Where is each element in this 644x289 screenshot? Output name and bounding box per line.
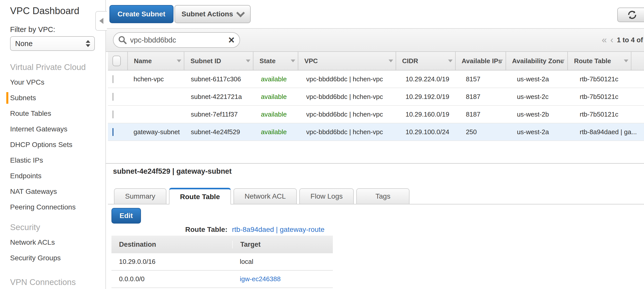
cell-cidr: 10.29.192.0/19 [399,93,460,101]
cell-available-ips: 8157 [460,75,511,83]
subnet-table: Name Subnet ID State VPC CIDR Available … [108,52,644,141]
sort-caret-icon[interactable] [246,60,250,62]
subnet-actions-button[interactable]: Subnet Actions [174,5,251,23]
cell-subnet-id: subnet-4e24f529 [185,128,255,136]
sidebar-item-elastic-ips[interactable]: Elastic IPs [0,153,105,168]
sidebar-item-dhcp-options-sets[interactable]: DHCP Options Sets [0,137,105,153]
routes-col-destination: Destination [111,241,232,248]
create-subnet-button[interactable]: Create Subnet [109,5,173,23]
filter-bar: × « ‹ 1 to 4 of [106,28,644,52]
route-row: 10.29.0.0/16 local [111,253,333,271]
sidebar-item-network-acls[interactable]: Network ACLs [0,235,105,250]
sidebar-item-subnets[interactable]: Subnets [0,90,105,106]
sidebar-item-security-groups[interactable]: Security Groups [0,250,105,266]
sidebar-item-peering-connections[interactable]: Peering Connections [0,199,105,215]
row-checkbox[interactable] [112,93,113,101]
cell-cidr: 10.29.100.0/24 [399,128,460,136]
route-table-link[interactable]: rtb-8a94daed | gateway-route [232,226,325,234]
cell-availability-zone: us-west-2c [511,93,574,101]
tab-route-table[interactable]: Route Table [169,188,231,204]
edit-button[interactable]: Edit [111,208,141,224]
sidebar-item-route-tables[interactable]: Route Tables [0,106,105,121]
cell-vpc: vpc-bbdd6bdc | hchen-vpc [300,75,399,83]
panel-splitter[interactable] [106,163,644,164]
cell-available-ips: 8187 [460,93,511,101]
cell-vpc: vpc-bbdd6bdc | hchen-vpc [300,128,399,136]
clear-search-icon[interactable]: × [228,35,235,45]
route-target-link[interactable]: igw-ec246388 [240,275,281,283]
cell-name: gateway-subnet [128,128,185,136]
cell-availability-zone: us-west-2b [511,111,574,118]
tab-tags[interactable]: Tags [356,188,409,204]
row-checkbox[interactable] [112,111,113,118]
column-header-vpc[interactable]: VPC [298,52,396,70]
cell-available-ips: 8187 [460,111,511,118]
row-checkbox[interactable] [112,75,113,83]
column-header-available-ips[interactable]: Available IPs [455,52,506,70]
column-header-name[interactable]: Name [127,52,184,70]
tab-summary[interactable]: Summary [114,188,166,204]
table-header-row: Name Subnet ID State VPC CIDR Available … [108,52,644,70]
sidebar-item-your-vpcs[interactable]: Your VPCs [0,75,105,90]
column-header-state[interactable]: State [253,52,298,70]
search-input[interactable] [130,36,228,45]
cell-vpc: vpc-bbdd6bdc | hchen-vpc [300,111,399,118]
toolbar: Create Subnet Subnet Actions [106,0,644,28]
cell-route-table: rtb-7b50121c [574,75,638,83]
search-icon [118,35,128,45]
sort-caret-icon[interactable] [389,60,393,62]
table-row[interactable]: hchen-vpc subnet-6117c306 available vpc-… [108,70,644,88]
cell-subnet-id: subnet-6117c306 [185,75,255,83]
sort-caret-icon[interactable] [291,60,295,62]
sidebar-item-internet-gateways[interactable]: Internet Gateways [0,121,105,137]
cell-cidr: 10.29.160.0/19 [399,111,460,118]
cell-state: available [255,128,300,136]
route-destination: 0.0.0.0/0 [111,275,232,283]
subnet-actions-label: Subnet Actions [182,10,233,18]
sidebar-item-endpoints[interactable]: Endpoints [0,168,105,184]
select-arrows-icon [86,40,90,47]
column-header-route-table[interactable]: Route Table [567,52,631,70]
section-heading-vpn-connections: VPN Connections [10,277,105,287]
cell-subnet-id: subnet-7ef11f37 [185,111,255,118]
cell-state: available [255,75,300,83]
cell-availability-zone: us-west-2a [511,75,574,83]
route-destination: 10.29.0.0/16 [111,258,232,266]
vpc-filter-select[interactable]: None [10,36,95,51]
pagination-first-button[interactable]: « [602,35,607,45]
cell-route-table: rtb-7b50121c [574,93,638,101]
column-header-cidr[interactable]: CIDR [396,52,455,70]
sidebar-collapse-button[interactable] [95,11,107,31]
detail-tabs: Summary Route Table Network ACL Flow Log… [114,188,409,204]
main-content: Create Subnet Subnet Actions × [106,0,644,289]
section-heading-security: Security [10,223,105,232]
cell-state: available [255,111,300,118]
sort-caret-icon[interactable] [499,60,503,62]
pagination-prev-button[interactable]: ‹ [610,35,613,45]
select-all-cell [108,52,127,70]
sidebar: VPC Dashboard Filter by VPC: None Virtua… [0,0,106,289]
routes-col-target: Target [232,241,333,248]
table-row[interactable]: subnet-7ef11f37 available vpc-bbdd6bdc |… [108,106,644,123]
tab-network-acl[interactable]: Network ACL [233,188,297,204]
column-header-subnet-id[interactable]: Subnet ID [184,52,253,70]
cell-vpc: vpc-bbdd6bdc | hchen-vpc [300,93,399,101]
route-table-label: Route Table: [111,226,227,234]
tab-flow-logs[interactable]: Flow Logs [299,188,354,204]
sidebar-item-nat-gateways[interactable]: NAT Gateways [0,184,105,199]
row-checkbox-checked[interactable] [112,128,113,136]
refresh-button[interactable] [617,8,644,22]
table-row[interactable]: subnet-4221721a available vpc-bbdd6bdc |… [108,88,644,106]
select-all-checkbox[interactable] [112,56,121,66]
table-row-selected[interactable]: gateway-subnet subnet-4e24f529 available… [108,123,644,141]
route-target: local [232,258,333,266]
sort-caret-icon[interactable] [560,60,565,62]
section-heading-vpc: Virtual Private Cloud [10,62,105,72]
sort-caret-icon[interactable] [624,60,628,62]
routes-header-row: Destination Target [111,236,333,253]
sort-caret-icon[interactable] [448,60,453,62]
cell-route-table: rtb-8a94daed | ga... [574,128,638,136]
search-box: × [113,32,240,48]
column-header-availability-zone[interactable]: Availability Zone [506,52,568,70]
sort-caret-icon[interactable] [177,60,181,62]
